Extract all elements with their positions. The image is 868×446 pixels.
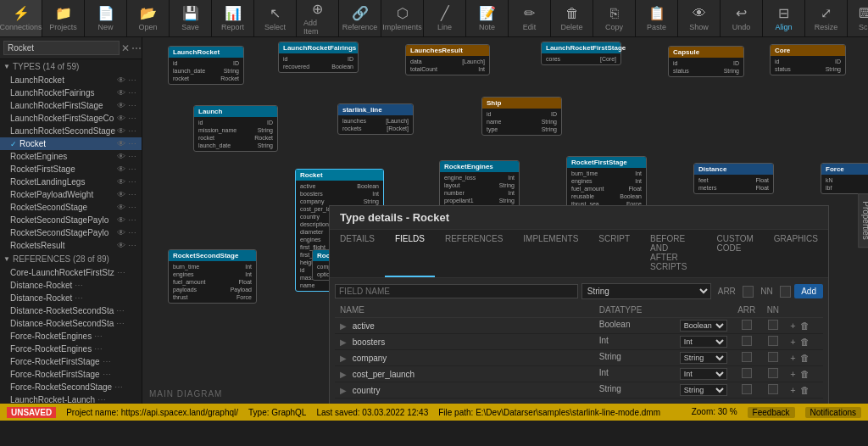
canvas-node-1[interactable]: LaunchRocket idID launch_dateString rock… — [168, 46, 244, 85]
more-icon[interactable]: ⋯ — [94, 332, 103, 341]
sidebar-ref-DistanceRocket2[interactable]: Distance-Rocket ⋯ — [0, 292, 142, 304]
arr-checkbox[interactable] — [742, 320, 752, 330]
toolbar-undo[interactable]: ↩ Undo — [721, 0, 763, 36]
toolbar-align[interactable]: ⊟ Align — [763, 0, 805, 36]
sidebar-item-RocketSecondStagePaylo2[interactable]: RocketSecondStagePaylo 👁 ⋯ — [0, 226, 142, 239]
eye-icon[interactable]: 👁 — [117, 126, 125, 136]
sidebar-ref-CoreLaunchRocket[interactable]: Core-LaunchRocketFirstStz ⋯ — [0, 266, 142, 279]
add-subfield-icon[interactable]: + — [790, 321, 795, 331]
eye-icon[interactable]: 👁 — [117, 101, 125, 110]
toolbar-resize[interactable]: ⤢ Resize — [805, 0, 848, 36]
more-icon[interactable]: ⋯ — [128, 228, 136, 237]
sidebar-item-RocketSecondStage[interactable]: RocketSecondStage 👁 ⋯ — [0, 201, 142, 214]
field-datatype-select[interactable]: Int StringIntFloatBooleanID — [680, 336, 727, 348]
arr-checkbox[interactable] — [743, 286, 754, 298]
more-icon[interactable]: ⋯ — [116, 306, 125, 315]
status-feedback-button[interactable]: Feedback — [748, 407, 795, 418]
nn-checkbox[interactable] — [768, 368, 778, 378]
more-icon[interactable]: ⋯ — [94, 344, 103, 354]
more-icon[interactable]: ⋯ — [116, 319, 125, 328]
arr-checkbox[interactable] — [742, 336, 752, 346]
types-section-header[interactable]: ▼ TYPES (14 of 59) — [0, 59, 142, 74]
more-icon[interactable]: ⋯ — [114, 382, 123, 392]
toolbar-open[interactable]: 📂 Open — [127, 0, 170, 36]
sidebar-ref-DistanceRocketSecondSta1[interactable]: Distance-RocketSecondSta ⋯ — [0, 304, 142, 317]
properties-tab[interactable]: Properties — [859, 193, 868, 248]
add-field-button[interactable]: Add — [794, 284, 823, 298]
expand-arrow-icon[interactable]: ▶ — [340, 337, 347, 347]
toolbar-delete[interactable]: 🗑 Delete — [551, 0, 593, 36]
expand-arrow-icon[interactable]: ▶ — [340, 354, 347, 363]
sidebar-item-RocketLandingLegs[interactable]: RocketLandingLegs 👁 ⋯ — [0, 176, 142, 188]
eye-icon[interactable]: 👁 — [117, 203, 125, 212]
sidebar-ref-ForceRocketSecondStage[interactable]: Force-RocketSecondStage ⋯ — [0, 381, 142, 393]
more-icon[interactable]: ⋯ — [128, 75, 136, 85]
more-icon[interactable]: ⋯ — [128, 139, 136, 148]
delete-field-icon[interactable]: 🗑 — [800, 353, 810, 363]
sidebar-item-Rocket[interactable]: ✓ Rocket 👁 ⋯ — [0, 137, 142, 150]
toolbar-save[interactable]: 💾 Save — [170, 0, 212, 36]
more-icon[interactable]: ⋯ — [128, 190, 136, 199]
eye-icon[interactable]: 👁 — [117, 190, 125, 199]
expand-arrow-icon[interactable]: ▶ — [340, 386, 347, 395]
add-subfield-icon[interactable]: + — [790, 337, 795, 347]
toolbar-paste[interactable]: 📋 Paste — [636, 0, 678, 36]
toolbar-projects[interactable]: 📁 Projects — [42, 0, 85, 36]
status-notifications-button[interactable]: Notifications — [805, 407, 861, 418]
sidebar-item-RocketPayloadWeight[interactable]: RocketPayloadWeight 👁 ⋯ — [0, 188, 142, 201]
eye-icon[interactable]: 👁 — [117, 228, 125, 237]
canvas-node-4[interactable]: LaunchRocketFirstStage cores[Core] — [541, 42, 621, 65]
more-icon[interactable]: ⋯ — [128, 215, 136, 225]
sidebar-item-LaunchRocket[interactable]: LaunchRocket 👁 ⋯ — [0, 74, 142, 86]
eye-icon[interactable]: 👁 — [117, 215, 125, 225]
nn-checkbox[interactable] — [768, 320, 778, 330]
eye-icon[interactable]: 👁 — [117, 164, 125, 174]
nn-checkbox[interactable] — [768, 336, 778, 346]
sidebar-search-clear[interactable]: ✕ — [121, 42, 130, 54]
expand-arrow-icon[interactable]: ▶ — [340, 370, 347, 379]
arr-checkbox[interactable] — [742, 384, 752, 394]
eye-icon[interactable]: 👁 — [117, 88, 125, 98]
tab-graphics[interactable]: GRAPHICS — [764, 230, 828, 277]
field-datatype-select[interactable]: String StringIntFloatBooleanID — [680, 384, 727, 396]
more-icon[interactable]: ⋯ — [128, 241, 136, 250]
sidebar-ref-DistanceRocketSecondSta2[interactable]: Distance-RocketSecondSta ⋯ — [0, 317, 142, 330]
add-subfield-icon[interactable]: + — [790, 353, 795, 363]
more-icon[interactable]: ⋯ — [128, 101, 136, 110]
canvas-node-9[interactable]: starlink_line launches[Launch] rockets[R… — [337, 103, 414, 135]
toolbar-line[interactable]: ╱ Line — [424, 0, 466, 36]
eye-icon[interactable]: 👁 — [117, 177, 125, 187]
more-icon[interactable]: ⋯ — [117, 268, 125, 277]
arr-checkbox[interactable] — [742, 352, 752, 362]
nn-checkbox[interactable] — [768, 352, 778, 362]
canvas-node-6[interactable]: Core idID statusString — [770, 44, 846, 75]
toolbar-reference[interactable]: 🔗 Reference — [339, 0, 381, 36]
eye-icon[interactable]: 👁 — [117, 75, 125, 85]
expand-arrow-icon[interactable]: ▶ — [340, 321, 347, 331]
more-icon[interactable]: ⋯ — [103, 370, 111, 379]
toolbar-connections[interactable]: ⚡ Connections — [0, 0, 42, 36]
references-section-header[interactable]: ▼ REFERENCES (28 of 89) — [0, 252, 142, 266]
sidebar-item-LaunchRocketFirstStage[interactable]: LaunchRocketFirstStage 👁 ⋯ — [0, 99, 142, 112]
toolbar-copy[interactable]: ⎘ Copy — [593, 0, 636, 36]
sidebar-item-RocketEngines[interactable]: RocketEngines 👁 ⋯ — [0, 150, 142, 163]
toolbar-note[interactable]: 📝 Note — [466, 0, 509, 36]
nn-checkbox[interactable] — [780, 286, 791, 298]
sidebar-item-LaunchRocketSecondStage[interactable]: LaunchRocketSecondStage 👁 ⋯ — [0, 125, 142, 137]
tab-implements[interactable]: IMPLEMENTS — [513, 230, 588, 277]
sidebar-item-RocketsResult[interactable]: RocketsResult 👁 ⋯ — [0, 239, 142, 252]
delete-field-icon[interactable]: 🗑 — [800, 337, 810, 347]
canvas-node-2[interactable]: LaunchRocketFairings idID recoveredBoole… — [278, 42, 359, 73]
toolbar-new[interactable]: 📄 New — [85, 0, 127, 36]
sidebar-search-more[interactable]: ⋯ — [131, 42, 142, 54]
eye-icon[interactable]: 👁 — [117, 139, 125, 148]
sidebar-ref-LaunchRocketLaunch[interactable]: LaunchRocket-Launch ⋯ — [0, 393, 142, 404]
sidebar-ref-DistanceRocket1[interactable]: Distance-Rocket ⋯ — [0, 279, 142, 292]
arr-checkbox[interactable] — [742, 368, 752, 378]
delete-field-icon[interactable]: 🗑 — [800, 369, 810, 379]
canvas-area[interactable]: LaunchRocket idID launch_dateString rock… — [142, 37, 868, 404]
eye-icon[interactable]: 👁 — [117, 241, 125, 250]
delete-field-icon[interactable]: 🗑 — [800, 321, 810, 331]
more-icon[interactable]: ⋯ — [128, 114, 136, 123]
new-field-name-input[interactable] — [335, 284, 578, 298]
